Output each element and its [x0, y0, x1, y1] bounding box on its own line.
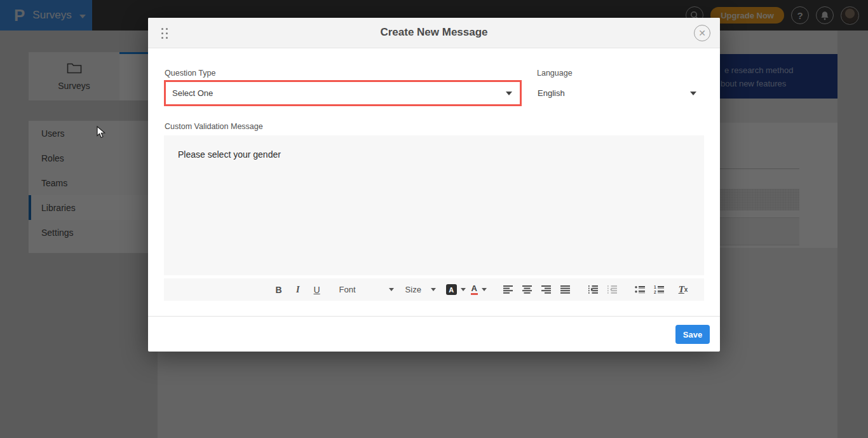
size-dropdown[interactable]: Size	[405, 285, 436, 294]
custom-validation-label: Custom Validation Message	[165, 122, 263, 131]
justify-icon	[560, 285, 570, 294]
language-value: English	[538, 88, 565, 98]
close-icon: ✕	[698, 29, 706, 38]
chevron-down-icon	[690, 92, 696, 95]
chevron-down-icon	[461, 288, 466, 291]
modal-header: Create New Message ✕	[148, 18, 720, 48]
language-select[interactable]: English	[531, 80, 704, 106]
background-color-icon: A	[446, 284, 457, 295]
svg-text:2: 2	[654, 290, 656, 294]
numbered-list-icon: 12	[654, 285, 664, 294]
bullet-list-button[interactable]	[633, 282, 647, 298]
align-right-icon	[541, 285, 551, 294]
text-color-button[interactable]: A	[471, 284, 487, 295]
editor-text: Please select your gender	[178, 149, 281, 160]
size-dropdown-label: Size	[405, 285, 421, 294]
align-center-button[interactable]	[520, 282, 534, 298]
underline-button[interactable]: U	[310, 282, 324, 298]
create-new-message-modal: Create New Message ✕ Question Type Selec…	[148, 18, 720, 352]
outdent-button[interactable]	[605, 282, 619, 298]
text-color-icon: A	[471, 284, 478, 295]
align-right-button[interactable]	[539, 282, 553, 298]
justify-button[interactable]	[558, 282, 572, 298]
bold-button[interactable]: B	[272, 282, 286, 298]
question-type-select[interactable]: Select One	[164, 80, 522, 106]
numbered-list-button[interactable]: 12	[652, 282, 666, 298]
align-left-icon	[503, 285, 513, 294]
background-color-button[interactable]: A	[446, 284, 466, 295]
remove-format-button[interactable]: Tx	[676, 282, 690, 298]
language-label: Language	[537, 69, 573, 78]
chevron-down-icon	[431, 288, 436, 291]
font-dropdown[interactable]: Font	[339, 285, 394, 294]
question-type-label: Question Type	[165, 69, 215, 78]
editor-toolbar: B I U Font Size A A	[164, 278, 704, 301]
svg-text:1: 1	[654, 285, 656, 289]
save-button[interactable]: Save	[675, 325, 710, 344]
chevron-down-icon	[482, 288, 487, 291]
align-left-button[interactable]	[501, 282, 515, 298]
divider	[148, 316, 720, 317]
bullet-list-icon	[635, 285, 645, 294]
outdent-icon	[607, 285, 617, 294]
chevron-down-icon	[389, 288, 394, 291]
close-button[interactable]: ✕	[694, 25, 710, 41]
message-editor[interactable]: Please select your gender	[164, 135, 704, 275]
modal-title: Create New Message	[148, 26, 720, 39]
indent-button[interactable]	[586, 282, 600, 298]
font-dropdown-label: Font	[339, 285, 356, 294]
italic-button[interactable]: I	[291, 282, 305, 298]
question-type-value: Select One	[172, 88, 213, 98]
chevron-down-icon	[506, 92, 512, 95]
indent-icon	[588, 285, 598, 294]
align-center-icon	[522, 285, 532, 294]
remove-format-icon: T	[679, 284, 684, 295]
